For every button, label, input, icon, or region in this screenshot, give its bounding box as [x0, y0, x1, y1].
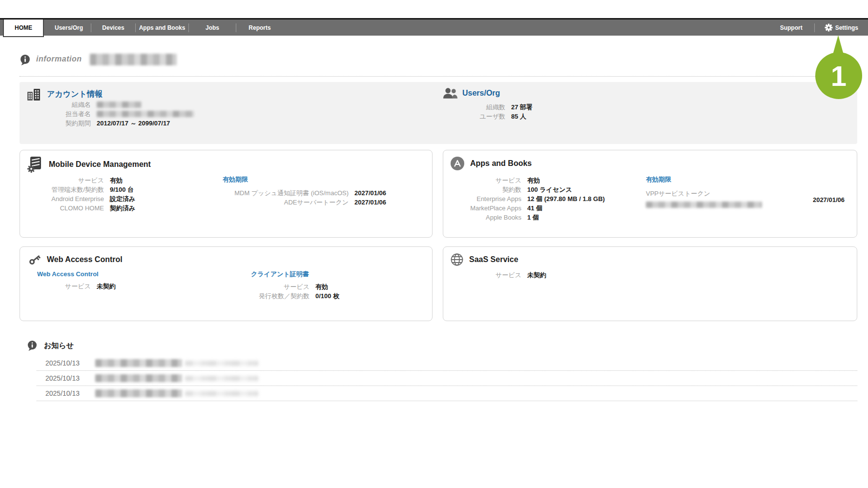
users-org-summary: Users/Org 組織数 27 部署 ユーザ数 85 人	[443, 87, 533, 121]
mdm-row-devices: 管理端末数/契約数9/100 台	[25, 185, 135, 194]
mdm-card-title: Mobile Device Management	[49, 160, 151, 169]
apps-row-enterprise-apps: Enterprise Apps12 個 (297.80 MB / 1.8 GB)	[448, 194, 605, 203]
information-bar: information	[20, 53, 857, 77]
apps-row-licenses: 契約数100 ライセンス	[448, 185, 605, 194]
buildings-icon	[26, 87, 41, 102]
account-section: アカウント情報 組織名 担当者名 契約期間 2012/07/17 ～ 2099/…	[20, 82, 857, 144]
saas-row-service: サービス未契約	[448, 270, 546, 280]
tab-users-org[interactable]: Users/Org	[47, 24, 91, 31]
cert-row-issued: 発行枚数／契約数0/100 枚	[251, 291, 339, 301]
users-org-row-users: ユーザ数 85 人	[443, 112, 533, 121]
app-store-icon	[450, 156, 465, 171]
vpp-token-expiry-date: 2027/01/06	[813, 196, 845, 203]
users-icon	[443, 87, 458, 100]
globe-icon	[450, 253, 464, 266]
nav-right-group: Support Settings	[778, 20, 858, 36]
mdm-expiry-link[interactable]: 有効期限	[223, 176, 248, 183]
mdm-row-clomo-home: CLOMO HOME契約済み	[25, 203, 135, 213]
information-title: information	[36, 55, 82, 63]
redacted-text	[95, 389, 182, 397]
key-icon	[28, 253, 41, 266]
apps-row-marketplace-apps: MarketPlace Apps41 個	[448, 203, 605, 213]
apps-row-apple-books: Apple Books1 個	[448, 213, 605, 222]
redacted-text	[95, 359, 182, 367]
mdm-row-service: サービス有効	[25, 176, 135, 185]
redacted-text	[646, 202, 762, 208]
redacted-text	[97, 102, 142, 108]
tab-devices[interactable]: Devices	[91, 24, 135, 31]
notices-title: お知らせ	[44, 341, 74, 350]
wac-row-service: サービス未契約	[37, 282, 116, 291]
list-item[interactable]: 2025/10/13	[37, 386, 857, 401]
tab-jobs[interactable]: Jobs	[189, 24, 236, 31]
redacted-text	[185, 361, 258, 366]
support-link[interactable]: Support	[778, 24, 805, 31]
apps-row-service: サービス有効	[448, 176, 605, 185]
notices-header: お知らせ	[27, 340, 74, 351]
settings-label: Settings	[835, 24, 858, 31]
list-item[interactable]: 2025/10/13	[37, 356, 857, 371]
tab-home[interactable]: HOME	[3, 20, 44, 37]
annotation-badge: 1	[815, 52, 862, 99]
notice-date: 2025/10/13	[45, 359, 86, 367]
nav-tabs: Users/Org Devices Apps and Books Jobs Re…	[47, 20, 283, 36]
list-item[interactable]: 2025/10/13	[37, 371, 857, 386]
notices-list: 2025/10/13 2025/10/13 2025/10/13	[37, 356, 857, 401]
info-bubble-icon	[20, 54, 31, 66]
saas-service-card: SaaS Service サービス未契約	[443, 246, 857, 321]
info-bubble-icon	[27, 340, 38, 351]
account-info-title: アカウント情報	[47, 89, 103, 100]
redacted-text	[185, 376, 258, 381]
notice-date: 2025/10/13	[45, 389, 86, 397]
mdm-card: Mobile Device Management サービス有効 管理端末数/契約…	[20, 150, 433, 238]
web-access-control-card: Web Access Control Web Access Control サー…	[20, 246, 433, 321]
gear-icon	[825, 23, 833, 32]
wac-card-title: Web Access Control	[47, 255, 123, 264]
account-row-contract-period: 契約期間 2012/07/17 ～ 2099/07/17	[26, 119, 194, 128]
client-certificate-link[interactable]: クライアント証明書	[251, 270, 309, 278]
mdm-row-android-enterprise: Android Enterprise設定済み	[25, 194, 135, 203]
mdm-row-push-cert: MDM プッシュ通知証明書 (iOS/macOS)2027/01/06	[223, 188, 386, 198]
tab-apps-and-books[interactable]: Apps and Books	[136, 24, 188, 31]
mdm-device-gear-icon	[27, 156, 43, 173]
saas-card-title: SaaS Service	[469, 255, 518, 264]
account-row-contact-name: 担当者名	[26, 109, 194, 119]
mdm-row-ade-token: ADEサーバートークン2027/01/06	[223, 198, 386, 207]
apps-card-title: Apps and Books	[470, 159, 532, 168]
vpp-token-label: VPPサービストークン	[646, 189, 762, 198]
redacted-text	[97, 111, 194, 117]
redacted-text	[95, 374, 182, 382]
redacted-text	[185, 391, 258, 396]
wac-link[interactable]: Web Access Control	[37, 270, 99, 278]
apps-and-books-card: Apps and Books サービス有効 契約数100 ライセンス Enter…	[443, 150, 857, 238]
apps-expiry-link[interactable]: 有効期限	[646, 176, 671, 183]
nav-separator	[814, 23, 815, 32]
account-row-org-name: 組織名	[26, 100, 194, 109]
cert-row-service: サービス有効	[251, 282, 339, 291]
notice-date: 2025/10/13	[45, 374, 86, 382]
redacted-text	[90, 54, 177, 65]
settings-link[interactable]: Settings	[825, 23, 858, 32]
users-org-title: Users/Org	[462, 89, 500, 98]
users-org-row-orgs: 組織数 27 部署	[443, 102, 533, 112]
tab-reports[interactable]: Reports	[236, 24, 283, 31]
